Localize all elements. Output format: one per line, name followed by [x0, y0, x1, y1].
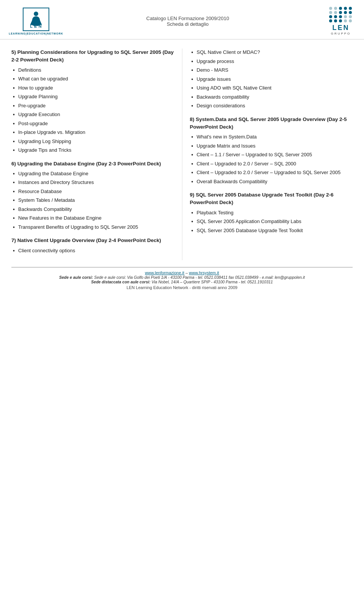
section-7-title: 7) Native Client Upgrade Overview (Day 2… — [11, 237, 174, 244]
header: L E N LEARNING|EDUCATION|NETWORK Catalog… — [0, 0, 364, 39]
svg-text:E: E — [34, 24, 37, 28]
list-item: Resource Database — [11, 188, 174, 195]
list-item: Pre-upgrade — [11, 102, 174, 110]
section-6-title: 6) Upgrading the Database Engine (Day 2-… — [11, 160, 174, 168]
section-9-block: 9) SQL Server 2005 Database Upgrade Test… — [190, 191, 353, 234]
footer-link-1[interactable]: www.lenformazione.it — [145, 270, 184, 275]
logo-right: LEN GRUPPO — [315, 7, 353, 35]
list-item: Backwards compatibility — [190, 93, 353, 101]
section-5-block: 5) Planning Considerations for Upgrading… — [11, 49, 174, 154]
left-column: 5) Planning Considerations for Upgrading… — [11, 49, 182, 260]
list-item: Instances and Directory Structures — [11, 179, 174, 186]
list-item: SQL Native Client or MDAC? — [190, 49, 353, 56]
list-item: Client – 1.1 / Server – Upgraded to SQL … — [190, 151, 353, 159]
list-item: SQL Server 2005 Application Compatibilit… — [190, 218, 353, 225]
section-9-list: Playback Testing SQL Server 2005 Applica… — [190, 209, 353, 234]
header-title: Catalogo LEN Formazione 2009/2010 Scheda… — [61, 16, 315, 27]
list-item: Client – Upgraded to 2.0 / Server – SQL … — [190, 160, 353, 168]
footer-line-1: Sede e aule corsi: Sede e aule corsi: Vi… — [11, 275, 353, 280]
list-item: Upgrade Tips and Tricks — [11, 146, 174, 154]
logo-tagline: LEARNING|EDUCATION|NETWORK — [9, 32, 63, 35]
list-item: Upgrade issues — [190, 75, 353, 83]
footer-line-3: LEN Learning Education Network - diritti… — [11, 285, 353, 290]
svg-text:N: N — [39, 24, 42, 28]
list-item: Client connectivity options — [11, 247, 174, 255]
list-item: Upgrade process — [190, 58, 353, 65]
section-5-right-list: SQL Native Client or MDAC? Upgrade proce… — [190, 49, 353, 110]
list-item: Demo - MARS — [190, 66, 353, 74]
list-item: How to upgrade — [11, 84, 174, 92]
list-item: Backwards Compatibility — [11, 206, 174, 213]
footer-links: www.lenformazione.it – www.hrsystem.it — [11, 270, 353, 275]
logo-right-gruppo: GRUPPO — [331, 32, 351, 35]
section-9-title: 9) SQL Server 2005 Database Upgrade Test… — [190, 191, 353, 207]
section-5-right-block: SQL Native Client or MDAC? Upgrade proce… — [190, 49, 353, 110]
list-item: Upgrading the Database Engine — [11, 170, 174, 178]
svg-text:L: L — [30, 24, 33, 28]
footer-line-2: Sede distaccata con aule corsi: Via Nobe… — [11, 280, 353, 284]
section-7-list: Client connectivity options — [11, 247, 174, 255]
list-item: New Features in the Database Engine — [11, 214, 174, 222]
list-item: Design considerations — [190, 102, 353, 110]
section-6-list: Upgrading the Database Engine Instances … — [11, 170, 174, 231]
section-5-list: Definitions What can be upgraded How to … — [11, 66, 174, 154]
section-8-block: 8) System.Data and SQL Server 2005 Upgra… — [190, 116, 353, 185]
list-item: Overall Backwards Compatibility — [190, 178, 353, 185]
list-item: Playback Testing — [190, 209, 353, 217]
footer: www.lenformazione.it – www.hrsystem.it S… — [11, 267, 353, 291]
list-item: Transparent Benefits of Upgrading to SQL… — [11, 223, 174, 231]
list-item: Client – Upgraded to 2.0 / Server – Upgr… — [190, 169, 353, 176]
list-item: Using ADO with SQL Native Client — [190, 84, 353, 92]
list-item: System Tables / Metadata — [11, 196, 174, 204]
list-item: Upgrade Matrix and Issues — [190, 142, 353, 150]
section-8-title: 8) System.Data and SQL Server 2005 Upgra… — [190, 116, 353, 131]
section-5-title: 5) Planning Considerations for Upgrading… — [11, 49, 174, 64]
list-item: Upgrade Planning — [11, 93, 174, 101]
main-content: 5) Planning Considerations for Upgrading… — [0, 39, 364, 260]
list-item: What's new in System.Data — [190, 133, 353, 141]
list-item: Post-upgrade — [11, 120, 174, 127]
list-item: SQL Server 2005 Database Upgrade Test To… — [190, 227, 353, 234]
logo-left: L E N LEARNING|EDUCATION|NETWORK — [11, 8, 61, 35]
list-item: Upgrade Execution — [11, 111, 174, 118]
list-item: Upgrading Log Shipping — [11, 138, 174, 145]
list-item: Definitions — [11, 66, 174, 74]
list-item: What can be upgraded — [11, 75, 174, 83]
right-column: SQL Native Client or MDAC? Upgrade proce… — [182, 49, 353, 260]
footer-link-2[interactable]: www.hrsystem.it — [189, 270, 219, 275]
section-7-block: 7) Native Client Upgrade Overview (Day 2… — [11, 237, 174, 254]
logo-right-len: LEN — [333, 24, 350, 32]
list-item: In-place Upgrade vs. Migration — [11, 129, 174, 136]
section-6-block: 6) Upgrading the Database Engine (Day 2-… — [11, 160, 174, 231]
svg-point-0 — [34, 11, 38, 16]
section-8-list: What's new in System.Data Upgrade Matrix… — [190, 133, 353, 185]
